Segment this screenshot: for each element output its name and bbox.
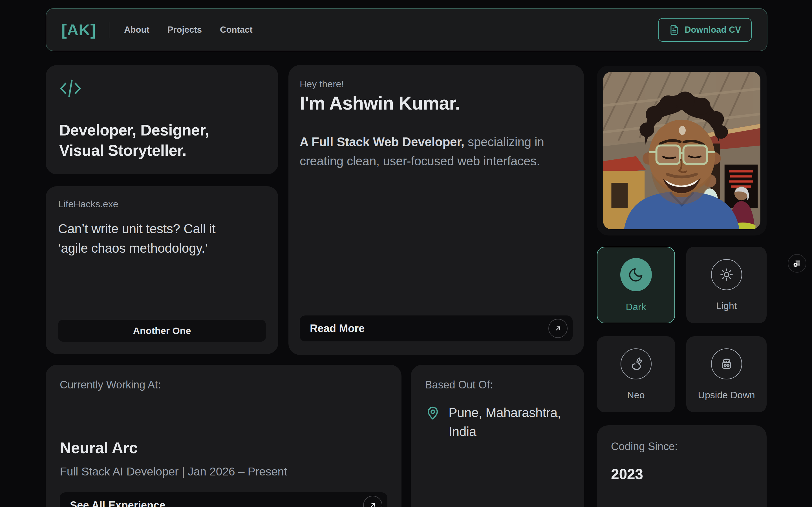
location-row: Pune, Maharashtra, India	[425, 403, 570, 441]
location-heading: Based Out Of:	[425, 379, 570, 391]
portfolio-page: [AK] About Projects Contact Download CV	[0, 0, 812, 507]
experience-company: Neural Arc	[60, 439, 388, 457]
theme-option-neo[interactable]: Neo	[597, 336, 675, 412]
nav-links: About Projects Contact	[124, 25, 252, 35]
coding-since-card: Coding Since: 2023	[597, 425, 767, 507]
download-cv-label: Download CV	[684, 25, 741, 35]
nav-link-about[interactable]: About	[124, 25, 149, 35]
lifehacks-app-name: LifeHacks.exe	[58, 199, 266, 210]
photo-card	[597, 66, 767, 235]
hero-card: Hey there! I'm Ashwin Kumar. A Full Stac…	[289, 65, 584, 355]
theme-label-light: Light	[716, 300, 737, 311]
theme-option-light[interactable]: Light	[686, 247, 767, 323]
coding-since-value: 2023	[611, 466, 753, 483]
theme-option-dark[interactable]: Dark	[597, 247, 675, 323]
role-title: Developer, Designer, Visual Storyteller.	[59, 120, 265, 161]
hero-headline: I'm Ashwin Kumar.	[300, 93, 573, 114]
see-all-experience-button[interactable]: See All Experience	[60, 492, 388, 507]
lifehacks-quote: Can’t write unit tests? Call it ‘agile c…	[58, 219, 266, 258]
sun-icon	[711, 259, 742, 290]
logo[interactable]: [AK]	[61, 20, 96, 39]
arrow-up-right-icon	[548, 319, 567, 338]
widget-list-icon	[792, 258, 802, 269]
radio-icon	[711, 348, 742, 379]
theme-option-upside-down[interactable]: Upside Down	[686, 336, 767, 412]
location-value: Pune, Maharashtra, India	[449, 403, 561, 441]
hero-intro-strong: A Full Stack Web Developer,	[300, 135, 464, 149]
read-more-label: Read More	[310, 323, 364, 335]
read-more-button[interactable]: Read More	[300, 316, 573, 341]
see-all-experience-label: See All Experience	[70, 499, 165, 507]
widget-toggle-button[interactable]	[788, 254, 806, 273]
document-icon	[669, 24, 679, 35]
nav-link-contact[interactable]: Contact	[220, 25, 252, 35]
nav-divider	[109, 22, 109, 38]
hero-greeting: Hey there!	[300, 78, 573, 90]
nav-link-projects[interactable]: Projects	[167, 25, 202, 35]
arrow-up-right-icon	[363, 496, 382, 507]
theme-label-neo: Neo	[627, 390, 645, 400]
code-icon	[59, 78, 265, 98]
experience-role: Full Stack AI Developer | Jan 2026 – Pre…	[60, 465, 388, 478]
location-card: Based Out Of: Pune, Maharashtra, India	[411, 365, 584, 507]
role-card: Developer, Designer, Visual Storyteller.	[46, 65, 278, 174]
lifehacks-card: LifeHacks.exe Can’t write unit tests? Ca…	[46, 186, 278, 354]
navbar: [AK] About Projects Contact Download CV	[46, 8, 767, 51]
another-one-button[interactable]: Another One	[58, 320, 266, 342]
download-cv-button[interactable]: Download CV	[658, 18, 752, 42]
map-pin-icon	[425, 405, 441, 422]
experience-card: Currently Working At: Neural Arc Full St…	[46, 365, 402, 507]
experience-heading: Currently Working At:	[60, 379, 388, 391]
hero-intro: A Full Stack Web Developer, specializing…	[300, 132, 573, 171]
moon-icon	[620, 258, 652, 291]
rabbit-icon	[620, 348, 652, 379]
theme-label-upside-down: Upside Down	[698, 390, 755, 400]
theme-label-dark: Dark	[626, 301, 646, 313]
coding-since-heading: Coding Since:	[611, 441, 753, 453]
portrait-photo	[603, 72, 760, 229]
